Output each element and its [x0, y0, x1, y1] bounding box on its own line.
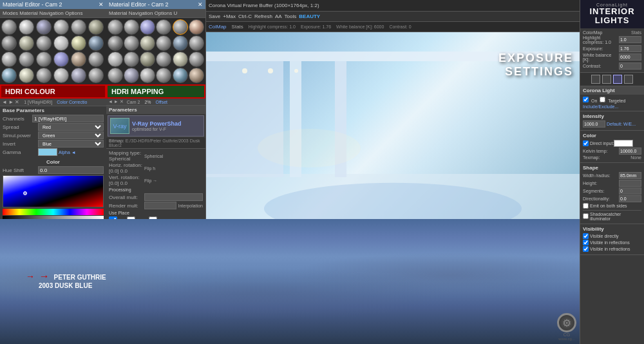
light-type-plane[interactable] [602, 75, 611, 84]
light-type-sphere[interactable] [591, 75, 600, 84]
material-ball-m[interactable] [189, 52, 204, 67]
material-ball-m[interactable] [189, 68, 204, 83]
save-btn[interactable]: Save [209, 14, 220, 19]
on-toggle[interactable] [583, 97, 589, 102]
hue-bar[interactable] [3, 209, 104, 215]
contrast-row: Contrast: [583, 62, 641, 70]
material-ball-m[interactable] [140, 19, 155, 35]
material-ball-m[interactable] [108, 68, 123, 83]
close-icon-2[interactable]: ✕ [198, 1, 203, 8]
wb-input[interactable] [619, 53, 641, 61]
visible-directly-checkbox[interactable] [583, 233, 589, 239]
material-ball[interactable] [71, 68, 86, 83]
max-btn[interactable]: +Max [223, 14, 236, 19]
exposure-input[interactable] [619, 45, 641, 52]
material-ball-m[interactable] [173, 35, 188, 51]
material-ball-m[interactable] [124, 19, 139, 35]
material-ball-m[interactable] [173, 68, 188, 83]
hdri-colour-menu[interactable]: Modes Material Navigation Options [0, 9, 106, 18]
material-ball-m[interactable] [124, 52, 139, 67]
material-ball[interactable] [1, 19, 17, 35]
shadowcatcher-row: Shadowcatcher illuminator [583, 212, 641, 221]
material-ball[interactable] [71, 19, 86, 35]
material-ball-m[interactable] [124, 68, 139, 83]
default-wv[interactable]: Default: W/E... [607, 122, 636, 126]
material-ball-m[interactable] [156, 19, 171, 35]
material-ball[interactable] [88, 35, 104, 51]
material-ball[interactable] [53, 35, 69, 51]
material-ball-m[interactable] [108, 52, 123, 67]
material-ball-m[interactable] [108, 19, 123, 35]
material-ball-m[interactable] [108, 35, 123, 51]
material-ball-m[interactable] [173, 19, 188, 35]
targeted-toggle[interactable] [600, 97, 605, 102]
shadowcatcher-checkbox[interactable] [583, 213, 589, 219]
height-input[interactable] [619, 180, 641, 187]
material-ball-m[interactable] [140, 68, 155, 83]
render-mult-input[interactable] [144, 202, 176, 209]
overall-mult-input[interactable] [144, 193, 203, 201]
material-ball[interactable] [36, 68, 52, 83]
material-ball-m[interactable] [156, 52, 171, 67]
material-ball[interactable] [19, 68, 34, 83]
visible-reflections-checkbox[interactable] [583, 240, 589, 245]
colmap-btn[interactable]: ColMap [209, 24, 227, 30]
simul-select[interactable]: Green [38, 131, 104, 139]
aa-btn[interactable]: AA [275, 14, 282, 19]
material-ball-m[interactable] [189, 19, 204, 35]
channels-input[interactable] [32, 115, 104, 122]
material-ball[interactable] [1, 52, 17, 67]
material-ball-m[interactable] [173, 52, 188, 67]
material-ball[interactable] [88, 68, 104, 83]
hdri-mapping-menu[interactable]: Material Navigation Options U [106, 9, 205, 18]
material-ball[interactable] [1, 35, 17, 51]
hue-shift-input[interactable] [38, 166, 104, 174]
beauty-btn[interactable]: BEAUTY [299, 14, 320, 19]
include-exclude-btn[interactable]: Include/Exclude... [583, 104, 641, 109]
material-ball-m[interactable] [156, 68, 171, 83]
bitmap-path[interactable]: Bitmap: E:/3D-HDRI/Peter Guthrie/2003 Du… [106, 138, 205, 149]
direct-color-swatch[interactable] [614, 140, 633, 147]
direct-checkbox[interactable] [583, 140, 589, 146]
kelvin-input[interactable] [619, 148, 641, 155]
width-input[interactable] [619, 172, 641, 179]
material-ball[interactable] [19, 35, 34, 51]
contrast-input[interactable] [619, 62, 641, 70]
invert-select[interactable]: Blue [38, 140, 104, 148]
material-ball[interactable] [71, 35, 86, 51]
intensity-input[interactable] [583, 120, 605, 128]
emit-both-checkbox[interactable] [583, 203, 589, 209]
material-ball[interactable] [36, 35, 52, 51]
alpha-swatch[interactable] [38, 148, 57, 156]
material-ball[interactable] [53, 68, 69, 83]
cam-selector[interactable]: 1 [VRayHDRI] [24, 100, 52, 104]
material-ball[interactable] [53, 19, 69, 35]
material-ball[interactable] [19, 19, 34, 35]
light-type-spot[interactable] [624, 75, 633, 84]
material-ball[interactable] [88, 19, 104, 35]
material-ball[interactable] [88, 52, 104, 67]
material-ball[interactable] [19, 52, 34, 67]
material-ball[interactable] [36, 19, 52, 35]
material-ball[interactable] [36, 52, 52, 67]
stats-label[interactable]: Stats [232, 24, 243, 30]
material-ball-m[interactable] [140, 35, 155, 51]
material-ball-m[interactable] [156, 35, 171, 51]
highlight-input[interactable] [619, 36, 641, 43]
segments-input[interactable] [619, 187, 641, 195]
material-ball-m[interactable] [124, 35, 139, 51]
material-ball-m[interactable] [189, 35, 204, 51]
material-ball[interactable] [71, 52, 86, 67]
material-ball[interactable] [53, 52, 69, 67]
spread-select[interactable]: Red [38, 123, 104, 131]
tools-btn[interactable]: Tools [285, 14, 297, 19]
refresh-btn[interactable]: Refresh [254, 14, 272, 19]
visible-refractions-checkbox[interactable] [583, 246, 589, 252]
color-picker[interactable] [3, 175, 104, 207]
dir-input[interactable] [619, 195, 641, 202]
ctrlc-btn[interactable]: Ctrl-C [238, 14, 252, 19]
material-ball[interactable] [1, 68, 17, 83]
light-type-disk[interactable] [613, 75, 622, 84]
close-icon[interactable]: ✕ [99, 1, 104, 8]
material-ball-m[interactable] [140, 52, 155, 67]
